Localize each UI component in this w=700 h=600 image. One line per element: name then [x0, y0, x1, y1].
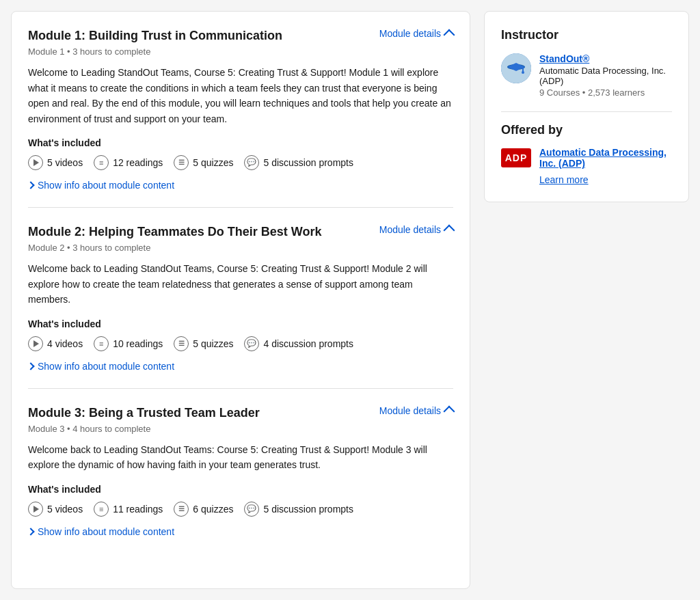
- book-icon-3: ≡: [94, 502, 109, 517]
- module-2-meta: Module 2 • 3 hours to complete: [28, 243, 453, 253]
- module-3-meta: Module 3 • 4 hours to complete: [28, 424, 453, 434]
- module-3-videos-item: 5 videos: [28, 502, 83, 517]
- chat-icon-3: 💬: [244, 502, 259, 517]
- offered-by-info: ADP Automatic Data Processing, Inc. (ADP…: [501, 147, 672, 169]
- module-3-quizzes-item: ☰ 6 quizzes: [174, 502, 233, 517]
- module-1-show-info-link[interactable]: Show info about module content: [28, 180, 453, 191]
- module-2-title: Module 2: Helping Teammates Do Their Bes…: [28, 224, 368, 240]
- module-2-readings-label: 10 readings: [113, 338, 163, 349]
- module-3-details-label: Module details: [379, 405, 441, 416]
- module-3-quizzes-label: 6 quizzes: [193, 504, 233, 515]
- module-3-title: Module 3: Being a Trusted Team Leader: [28, 405, 368, 421]
- sidebar-divider: [501, 111, 672, 112]
- module-3-included-items: 5 videos ≡ 11 readings ☰ 6 quizzes 💬 5 d…: [28, 502, 453, 517]
- module-2-show-info-label: Show info about module content: [38, 361, 174, 372]
- module-3-header: Module 3: Being a Trusted Team Leader Mo…: [28, 405, 453, 421]
- module-3-show-info-link[interactable]: Show info about module content: [28, 526, 453, 537]
- sidebar-card: Instructor StandOut® Automatic Data Proc…: [484, 11, 689, 202]
- svg-point-4: [522, 71, 524, 74]
- module-2-videos-label: 4 videos: [47, 338, 83, 349]
- module-1-included-items: 5 videos ≡ 12 readings ☰ 5 quizzes 💬 5 d…: [28, 155, 453, 170]
- offered-by-title: Offered by: [501, 123, 672, 137]
- module-2-quizzes-label: 5 quizzes: [193, 338, 233, 349]
- module-1-details-link[interactable]: Module details: [379, 28, 453, 39]
- module-3-readings-item: ≡ 11 readings: [94, 502, 163, 517]
- module-3-readings-label: 11 readings: [113, 504, 163, 515]
- module-1-show-info-label: Show info about module content: [38, 180, 174, 191]
- module-1-quizzes-label: 5 quizzes: [193, 157, 233, 168]
- chevron-up-icon-3: [444, 406, 455, 418]
- sidebar: Instructor StandOut® Automatic Data Proc…: [484, 11, 689, 589]
- offered-by-name-link[interactable]: Automatic Data Processing, Inc. (ADP): [539, 147, 672, 169]
- module-1-description: Welcome to Leading StandOut Teams, Cours…: [28, 65, 453, 126]
- module-2-whats-included: What's included: [28, 318, 453, 329]
- module-2-section: Module 2: Helping Teammates Do Their Bes…: [28, 208, 453, 389]
- module-1-readings-item: ≡ 12 readings: [94, 155, 163, 170]
- instructor-stats: 9 Courses • 2,573 learners: [539, 87, 672, 98]
- module-2-header: Module 2: Helping Teammates Do Their Bes…: [28, 224, 453, 240]
- chevron-right-icon-2: [27, 362, 34, 370]
- instructor-name-link[interactable]: StandOut®: [539, 53, 672, 64]
- module-1-section: Module 1: Building Trust in Communicatio…: [28, 28, 453, 208]
- chat-icon: 💬: [244, 155, 259, 170]
- module-1-quizzes-item: ☰ 5 quizzes: [174, 155, 233, 170]
- adp-logo: ADP: [501, 148, 531, 167]
- module-1-videos-label: 5 videos: [47, 157, 83, 168]
- module-2-description: Welcome back to Leading StandOut Teams, …: [28, 261, 453, 307]
- module-2-discussion-label: 4 discussion prompts: [263, 338, 353, 349]
- learn-more-link[interactable]: Learn more: [539, 174, 672, 185]
- main-content: Module 1: Building Trust in Communicatio…: [11, 11, 470, 589]
- play-icon-2: [28, 336, 43, 351]
- instructor-info: StandOut® Automatic Data Processing, Inc…: [501, 53, 672, 98]
- module-1-videos-item: 5 videos: [28, 155, 83, 170]
- module-3-details-link[interactable]: Module details: [379, 405, 453, 416]
- chat-icon-2: 💬: [244, 336, 259, 351]
- module-2-details-link[interactable]: Module details: [379, 224, 453, 235]
- offered-by-section: Offered by ADP Automatic Data Processing…: [501, 123, 672, 185]
- page-wrapper: Module 1: Building Trust in Communicatio…: [11, 11, 689, 589]
- play-icon-3: [28, 502, 43, 517]
- module-2-show-info-link[interactable]: Show info about module content: [28, 361, 453, 372]
- instructor-avatar-svg: [501, 53, 531, 83]
- instructor-avatar: [501, 53, 531, 83]
- chevron-up-icon: [444, 29, 455, 40]
- module-1-header: Module 1: Building Trust in Communicatio…: [28, 28, 453, 44]
- module-1-title: Module 1: Building Trust in Communicatio…: [28, 28, 368, 44]
- chevron-up-icon-2: [444, 225, 455, 236]
- module-1-discussion-label: 5 discussion prompts: [263, 157, 353, 168]
- book-icon-2: ≡: [94, 336, 109, 351]
- module-2-included-items: 4 videos ≡ 10 readings ☰ 5 quizzes 💬 4 d…: [28, 336, 453, 351]
- chevron-right-icon: [27, 181, 34, 189]
- module-1-discussion-item: 💬 5 discussion prompts: [244, 155, 353, 170]
- module-2-readings-item: ≡ 10 readings: [94, 336, 163, 351]
- module-3-discussion-label: 5 discussion prompts: [263, 504, 353, 515]
- play-icon: [28, 155, 43, 170]
- book-icon: ≡: [94, 155, 109, 170]
- module-2-videos-item: 4 videos: [28, 336, 83, 351]
- quiz-icon: ☰: [174, 155, 189, 170]
- module-1-whats-included: What's included: [28, 137, 453, 148]
- module-3-show-info-label: Show info about module content: [38, 526, 174, 537]
- quiz-icon-3: ☰: [174, 502, 189, 517]
- module-1-readings-label: 12 readings: [113, 157, 163, 168]
- module-3-discussion-item: 💬 5 discussion prompts: [244, 502, 353, 517]
- instructor-details: StandOut® Automatic Data Processing, Inc…: [539, 53, 672, 98]
- adp-logo-text: ADP: [505, 152, 528, 163]
- module-2-details-label: Module details: [379, 224, 441, 235]
- module-3-videos-label: 5 videos: [47, 504, 83, 515]
- chevron-right-icon-3: [27, 528, 34, 535]
- quiz-icon-2: ☰: [174, 336, 189, 351]
- module-3-description: Welcome back to Leading StandOut Teams: …: [28, 442, 453, 473]
- module-3-whats-included: What's included: [28, 484, 453, 495]
- instructor-section-title: Instructor: [501, 28, 672, 42]
- instructor-org: Automatic Data Processing, Inc. (ADP): [539, 66, 672, 86]
- module-2-quizzes-item: ☰ 5 quizzes: [174, 336, 233, 351]
- module-3-section: Module 3: Being a Trusted Team Leader Mo…: [28, 389, 453, 554]
- module-2-discussion-item: 💬 4 discussion prompts: [244, 336, 353, 351]
- module-1-details-label: Module details: [379, 28, 441, 39]
- module-1-meta: Module 1 • 3 hours to complete: [28, 46, 453, 57]
